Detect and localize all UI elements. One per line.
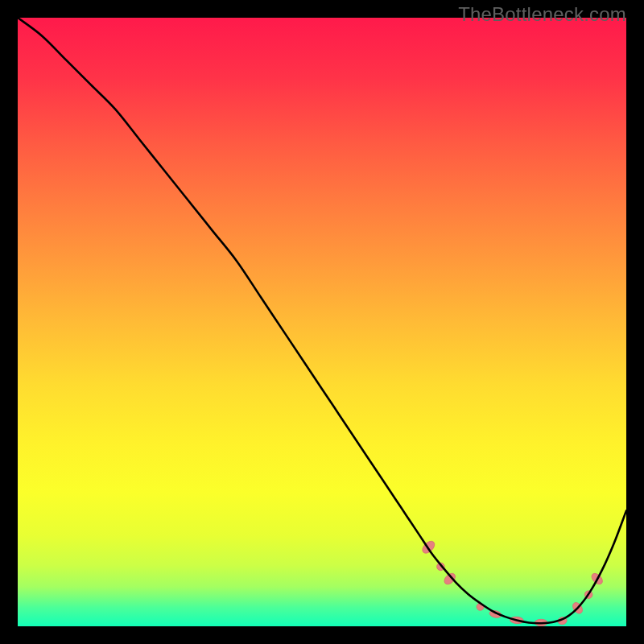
watermark-text: TheBottleneck.com — [458, 3, 626, 26]
plot-area — [18, 18, 626, 626]
chart-svg — [18, 18, 626, 626]
chart-frame: TheBottleneck.com — [0, 0, 644, 644]
gradient-background — [18, 18, 626, 626]
